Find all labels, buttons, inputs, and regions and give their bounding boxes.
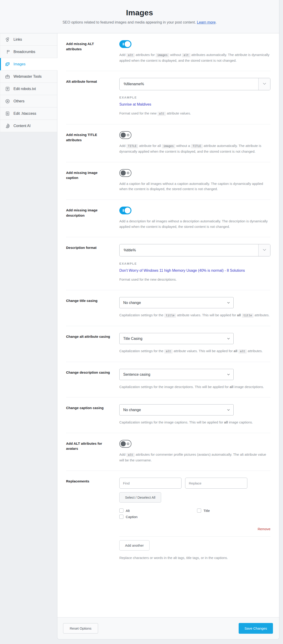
setting-description: Add alt attributes for commenter profile… <box>119 452 270 463</box>
toggle-add-missing-image-caption[interactable] <box>119 169 132 177</box>
sidebar-item-edit-htaccess[interactable]: Edit .htaccess <box>0 108 58 120</box>
save-changes-button[interactable]: Save Changes <box>239 623 273 634</box>
sidebar-item-others[interactable]: Others <box>0 95 58 108</box>
select-wrapper: No change <box>119 404 234 416</box>
replacement-inputs <box>119 478 270 488</box>
inline-code-chip: TITLE <box>126 144 138 148</box>
checkbox-label: Caption <box>126 515 138 519</box>
sidebar-item-webmaster-tools[interactable]: Webmaster Tools <box>0 70 58 83</box>
toggle-on-bar <box>123 43 124 46</box>
replace-input[interactable] <box>185 478 247 488</box>
sidebar-item-breadcrumbs[interactable]: Breadcrumbs <box>0 46 58 58</box>
sidebar-item-images[interactable]: Images <box>0 58 58 70</box>
setting-label: Change title casing <box>66 297 119 318</box>
checkbox-alt[interactable]: Alt <box>119 508 197 512</box>
images-settings-panel: Images SEO options related to featured i… <box>0 0 279 640</box>
briefcase-icon <box>5 74 10 79</box>
settings-sidebar: LinksBreadcrumbsImagesWebmaster ToolsEdi… <box>0 33 58 132</box>
setting-control-area: No changeCapitalization settings for the… <box>119 404 270 425</box>
select-deselect-all-button[interactable]: Select / Deselect All <box>119 492 161 502</box>
toggle-add-alt-attributes-for-avatars[interactable] <box>119 440 132 448</box>
change-alt-attribute-casing-select[interactable]: Title Casing <box>119 333 234 344</box>
setting-row-change-caption-casing: Change caption casingNo changeCapitaliza… <box>66 398 270 433</box>
alt-attribute-format-input[interactable] <box>120 78 258 90</box>
checkbox-box[interactable] <box>197 508 201 512</box>
dropdown-toggle-button[interactable] <box>258 78 270 90</box>
setting-label: Add missing image description <box>66 206 119 229</box>
toggle-add-missing-image-description[interactable] <box>119 206 132 214</box>
sidebar-item-label: Others <box>14 99 24 103</box>
setting-description: Add a description for all images without… <box>119 218 270 229</box>
setting-description: Capitalization settings for the image ca… <box>119 420 270 425</box>
emphasized-text: all <box>224 420 228 424</box>
inline-code-chip: title <box>242 314 254 318</box>
settings-body: LinksBreadcrumbsImagesWebmaster ToolsEdi… <box>0 33 279 640</box>
select-wrapper: Sentence casing <box>119 369 234 380</box>
setting-control-area: Sentence casingCapitalization settings f… <box>119 369 270 390</box>
setting-row-description-format: Description formatEXAMPLEDon't Worry of … <box>66 237 270 290</box>
toggle-add-missing-alt-attributes[interactable] <box>119 40 132 48</box>
content-ai-icon <box>5 124 10 128</box>
replacement-target-checkboxes: AltTitleCaption <box>119 508 270 519</box>
sidebar-item-links[interactable]: Links <box>0 33 58 46</box>
toggle-off-ring <box>127 443 129 445</box>
setting-control-area: Title CasingCapitalization settings for … <box>119 333 270 354</box>
setting-row-add-alt-attributes-for-avatars: Add ALT attributes for avatarsAdd alt at… <box>66 433 270 471</box>
checkbox-box[interactable] <box>119 508 124 512</box>
find-input[interactable] <box>119 478 182 488</box>
reset-options-button[interactable]: Reset Options <box>63 623 98 634</box>
toggle-knob <box>121 441 126 446</box>
toggle-off-ring <box>127 134 129 136</box>
change-description-casing-select[interactable]: Sentence casing <box>119 369 234 380</box>
change-title-casing-select[interactable]: No change <box>119 297 234 308</box>
emphasized-text: all <box>237 313 241 317</box>
dropdown-toggle-button[interactable] <box>258 244 270 256</box>
sidebar-item-label: Edit robots.txt <box>14 87 36 91</box>
setting-row-add-missing-alt-attributes: Add missing ALT attributesAdd alt attrib… <box>66 33 270 71</box>
toggle-knob <box>121 132 126 138</box>
toggle-on-bar <box>123 209 124 212</box>
page-header: Images SEO options related to featured i… <box>0 0 279 33</box>
toggle-knob <box>121 170 126 176</box>
page-subtitle-text: SEO options related to featured images a… <box>62 20 196 24</box>
setting-description: Add alt attributes for images without al… <box>119 52 270 63</box>
setting-label: Alt attribute format <box>66 78 119 116</box>
sidebar-item-label: Breadcrumbs <box>14 50 35 54</box>
emphasized-text: all <box>234 349 238 353</box>
toggle-off-ring <box>127 172 129 174</box>
setting-description: Replace characters or words in the alt t… <box>119 555 243 560</box>
checkbox-label: Alt <box>126 509 130 512</box>
page-title: Images <box>0 8 279 17</box>
toggle-add-missing-title-attributes[interactable] <box>119 131 132 139</box>
signpost-icon <box>5 49 10 54</box>
setting-control-area: Add a description for all images without… <box>119 206 270 229</box>
change-caption-casing-select[interactable]: No change <box>119 404 234 416</box>
checkbox-caption[interactable]: Caption <box>119 515 197 519</box>
example-heading: EXAMPLE <box>119 96 270 99</box>
checkbox-box[interactable] <box>119 515 124 519</box>
example-preview-link[interactable]: Don't Worry of Windows 11 high Memory Us… <box>119 268 270 273</box>
add-another-button[interactable]: Add another <box>119 540 150 550</box>
setting-description: Capitalization settings for the title at… <box>119 312 270 318</box>
sidebar-item-content-ai[interactable]: Content AI <box>0 120 58 132</box>
example-preview-link[interactable]: Sunrise at Maldives <box>119 102 270 106</box>
setting-row-change-alt-attribute-casing: Change alt attribute casingTitle CasingC… <box>66 326 270 362</box>
setting-control-area: EXAMPLEDon't Worry of Windows 11 high Me… <box>119 244 270 282</box>
description-format-input[interactable] <box>120 244 258 256</box>
setting-control-area: EXAMPLESunrise at MaldivesFormat used fo… <box>119 78 270 116</box>
setting-control-area: Add alt attributes for commenter profile… <box>119 440 270 463</box>
settings-content-card: Add missing ALT attributesAdd alt attrib… <box>57 33 279 640</box>
sidebar-item-label: Images <box>14 62 25 66</box>
setting-label: Change alt attribute casing <box>66 333 119 354</box>
setting-description: Format used for the new alt attribute va… <box>119 110 270 116</box>
inline-code-chip: alt <box>164 350 173 354</box>
checkbox-title[interactable]: Title <box>197 508 270 512</box>
sidebar-item-edit-robots-txt[interactable]: Edit robots.txt <box>0 83 58 95</box>
setting-label: Change description casing <box>66 369 119 390</box>
format-combobox <box>119 78 270 90</box>
example-heading: EXAMPLE <box>119 262 270 265</box>
learn-more-link[interactable]: Learn more <box>197 20 216 24</box>
inline-code-chip: images <box>156 53 169 57</box>
setting-row-add-missing-title-attributes: Add missing TITLE attributesAdd TITLE at… <box>66 124 270 162</box>
remove-replacement-link[interactable]: Remove <box>119 527 270 531</box>
